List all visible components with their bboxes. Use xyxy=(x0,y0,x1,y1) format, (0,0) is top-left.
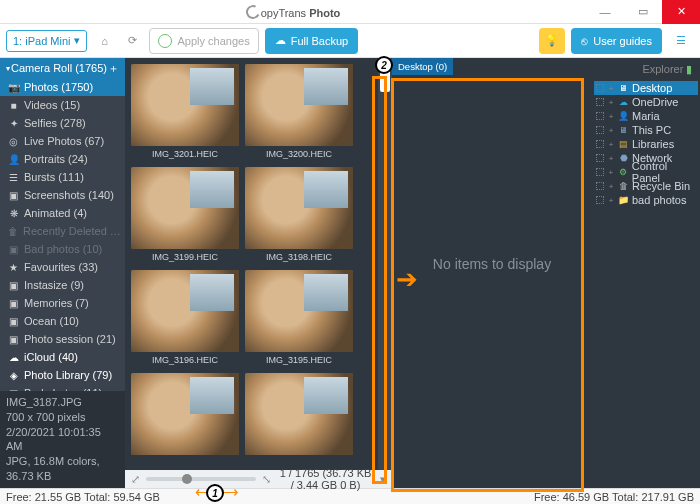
full-backup-button[interactable]: ☁Full Backup xyxy=(265,28,358,54)
album-icon: ▣ xyxy=(8,280,19,291)
explorer-tree[interactable]: +🖥Desktop+☁OneDrive+👤Maria+🖥This PC+▤Lib… xyxy=(592,78,700,488)
folder-icon: ▮ xyxy=(686,63,692,75)
album-icon: ☁ xyxy=(8,352,19,363)
thumbnail[interactable] xyxy=(245,373,353,463)
apply-changes-button[interactable]: Apply changes xyxy=(149,28,258,54)
album-icon: 📷 xyxy=(8,82,19,93)
sidebar-item[interactable]: ■Videos (15) xyxy=(0,96,125,114)
sidebar-item[interactable]: ▣Instasize (9) xyxy=(0,276,125,294)
thumbnail-filename xyxy=(245,455,353,463)
thumbnail-scrollbar[interactable] xyxy=(378,58,392,470)
sidebar-item[interactable]: ▣Photo session (21) xyxy=(0,330,125,348)
sidebar: ▾Camera Roll (1765)＋ 📷Photos (1750)■Vide… xyxy=(0,58,125,488)
thumbnail[interactable]: IMG_3198.HEIC xyxy=(245,167,353,267)
refresh-icon[interactable]: ⟳ xyxy=(121,30,143,52)
thumbnail[interactable]: IMG_3201.HEIC xyxy=(131,64,239,164)
album-icon: ☰ xyxy=(8,172,19,183)
sidebar-item[interactable]: ❋Animated (4) xyxy=(0,204,125,222)
bulb-icon: 💡 xyxy=(545,34,559,47)
cloud-icon: ☁ xyxy=(275,34,286,47)
thumbnail[interactable]: IMG_3196.HEIC xyxy=(131,270,239,370)
thumbnail[interactable] xyxy=(131,373,239,463)
thumbnail-filename xyxy=(131,455,239,463)
thumbnail-filename: IMG_3195.HEIC xyxy=(245,352,353,370)
thumbnail[interactable]: IMG_3200.HEIC xyxy=(245,64,353,164)
tree-row[interactable]: +📁bad photos xyxy=(594,193,698,207)
thumbnail[interactable]: IMG_3195.HEIC xyxy=(245,270,353,370)
album-icon: ▣ xyxy=(8,316,19,327)
sidebar-list: 📷Photos (1750)■Videos (15)✦Selfies (278)… xyxy=(0,78,125,391)
explorer-tabs: Explorer ▮ xyxy=(592,58,700,78)
tree-row[interactable]: +🖥This PC xyxy=(594,123,698,137)
tree-row[interactable]: +☁OneDrive xyxy=(594,95,698,109)
sidebar-item[interactable]: ▣Bad photos (10) xyxy=(0,240,125,258)
desktop-pane: Desktop (0) No items to display xyxy=(392,58,592,488)
expand-icon[interactable]: ▾ xyxy=(380,473,386,486)
thumbnail[interactable]: IMG_3199.HEIC xyxy=(131,167,239,267)
tip-button[interactable]: 💡 xyxy=(539,28,565,54)
footer-left-storage: Free: 21.55 GB Total: 59.54 GB xyxy=(0,491,166,503)
album-icon: ◎ xyxy=(8,136,19,147)
sidebar-item[interactable]: 📷Photos (1750) xyxy=(0,78,125,96)
check-icon xyxy=(158,34,172,48)
album-icon: ▣ xyxy=(8,334,19,345)
plus-icon[interactable]: ＋ xyxy=(108,61,119,76)
explorer-tab[interactable]: Explorer ▮ xyxy=(638,61,696,78)
album-icon: 🗑 xyxy=(8,226,18,237)
no-items-message: No items to display xyxy=(392,256,592,272)
zoom-out-icon[interactable]: ⤢ xyxy=(131,473,140,486)
home-icon[interactable]: ⌂ xyxy=(93,30,115,52)
status-counter: 1 / 1765 (36.73 KB / 3.44 GB 0 B) xyxy=(277,467,374,491)
sidebar-item[interactable]: ☁iCloud (40) xyxy=(0,348,125,366)
user-guides-button[interactable]: ⎋User guides xyxy=(571,28,662,54)
zoom-slider-bar: ⤢ ⤡ 1 / 1765 (36.73 KB / 3.44 GB 0 B) ▾ xyxy=(125,470,392,488)
thumbnail-filename: IMG_3199.HEIC xyxy=(131,249,239,267)
chevron-down-icon: ▾ xyxy=(74,34,80,47)
tree-row[interactable]: +👤Maria xyxy=(594,109,698,123)
footer-right-storage: Free: 46.59 GB Total: 217.91 GB xyxy=(528,491,700,503)
explorer-pane: Explorer ▮ +🖥Desktop+☁OneDrive+👤Maria+🖥T… xyxy=(592,58,700,488)
tree-row[interactable]: +🖥Desktop xyxy=(594,81,698,95)
thumbnail-pane: IMG_3201.HEICIMG_3200.HEICIMG_3199.HEICI… xyxy=(125,58,392,488)
hamburger-menu-button[interactable]: ☰ xyxy=(668,28,694,54)
thumbnail-grid[interactable]: IMG_3201.HEICIMG_3200.HEICIMG_3199.HEICI… xyxy=(125,58,378,470)
sidebar-item[interactable]: ◈Photo Library (79) xyxy=(0,366,125,384)
sidebar-item[interactable]: 👤Portraits (24) xyxy=(0,150,125,168)
sidebar-item[interactable]: ▣Memories (7) xyxy=(0,294,125,312)
album-icon: ▣ xyxy=(8,298,19,309)
sidebar-item[interactable]: ▣Bad photos (11) xyxy=(0,384,125,391)
sidebar-item[interactable]: ◎Live Photos (67) xyxy=(0,132,125,150)
triangle-down-icon: ▾ xyxy=(6,64,10,73)
album-icon: ▣ xyxy=(8,244,19,255)
device-selector[interactable]: 1: iPad Mini▾ xyxy=(6,30,87,52)
sidebar-item[interactable]: ✦Selfies (278) xyxy=(0,114,125,132)
tree-row[interactable]: +🗑Recycle Bin xyxy=(594,179,698,193)
tree-row[interactable]: +▤Libraries xyxy=(594,137,698,151)
window-maximize-button[interactable]: ▭ xyxy=(624,0,662,24)
main: ▾Camera Roll (1765)＋ 📷Photos (1750)■Vide… xyxy=(0,58,700,488)
sidebar-item[interactable]: 🗑Recently Deleted … xyxy=(0,222,125,240)
thumbnail-filename: IMG_3201.HEIC xyxy=(131,146,239,164)
album-icon: 👤 xyxy=(8,154,19,165)
sidebar-item[interactable]: ☰Bursts (111) xyxy=(0,168,125,186)
zoom-slider[interactable] xyxy=(146,477,256,481)
zoom-in-icon[interactable]: ⤡ xyxy=(262,473,271,486)
sidebar-item[interactable]: ▣Screenshots (140) xyxy=(0,186,125,204)
album-icon: ▣ xyxy=(8,190,19,201)
thumbnail-filename: IMG_3200.HEIC xyxy=(245,146,353,164)
window-close-button[interactable]: ✕ xyxy=(662,0,700,24)
sidebar-file-info: IMG_3187.JPG 700 x 700 pixels 2/20/2021 … xyxy=(0,391,125,488)
window-minimize-button[interactable]: — xyxy=(586,0,624,24)
sidebar-item[interactable]: ★Favourites (33) xyxy=(0,258,125,276)
sidebar-item[interactable]: ▣Ocean (10) xyxy=(0,312,125,330)
desktop-tab[interactable]: Desktop (0) xyxy=(392,58,453,75)
titlebar: opyTrans Photo — ▭ ✕ xyxy=(0,0,700,24)
thumbnail-filename: IMG_3196.HEIC xyxy=(131,352,239,370)
album-icon: ◈ xyxy=(8,370,19,381)
album-icon: ✦ xyxy=(8,118,19,129)
app-title: opyTrans Photo xyxy=(246,4,341,20)
tree-row[interactable]: +⚙Control Panel xyxy=(594,165,698,179)
album-icon: ❋ xyxy=(8,208,19,219)
sidebar-header[interactable]: ▾Camera Roll (1765)＋ xyxy=(0,58,125,78)
toolbar: 1: iPad Mini▾ ⌂ ⟳ Apply changes ☁Full Ba… xyxy=(0,24,700,58)
